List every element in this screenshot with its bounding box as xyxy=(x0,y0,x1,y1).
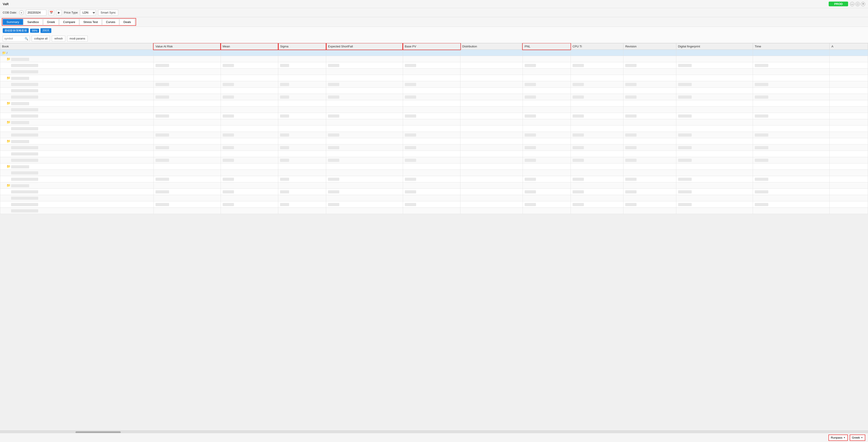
cell-extra xyxy=(830,151,868,157)
cell-mean xyxy=(221,56,278,62)
tab-stress-test[interactable]: Stress Test xyxy=(80,19,102,25)
cell-book xyxy=(0,151,154,157)
cell-extra xyxy=(830,176,868,182)
cell-var xyxy=(153,107,221,113)
table-row[interactable]: 📁 xyxy=(0,119,868,126)
cell-time xyxy=(753,107,829,113)
tab-curves[interactable]: Curves xyxy=(102,19,119,25)
cell-var xyxy=(153,132,221,138)
search-input[interactable] xyxy=(4,37,25,40)
cell-basepv xyxy=(403,170,460,176)
cell-dist xyxy=(460,182,523,189)
close-button[interactable]: ✕ xyxy=(861,2,865,6)
cell-dist xyxy=(460,75,523,81)
cell-cpu xyxy=(570,94,623,100)
tab-summary[interactable]: Summary xyxy=(3,19,23,25)
cell-dist xyxy=(460,113,523,119)
tab-greek[interactable]: Greek xyxy=(43,19,59,25)
table-row[interactable]: 📁 xyxy=(0,138,868,144)
cell-revision xyxy=(623,75,676,81)
cell-var xyxy=(153,182,221,189)
table-row[interactable] xyxy=(0,176,868,182)
cell-cpu xyxy=(570,201,623,208)
smart-sync-button[interactable]: Smart Sync xyxy=(98,10,118,15)
cell-fingerprint xyxy=(676,119,753,126)
collapse-all-button[interactable]: collapse all xyxy=(32,36,50,41)
table-row[interactable] xyxy=(0,107,868,113)
greek-chevron: ▼ xyxy=(861,436,863,439)
col-header-book: Book xyxy=(0,43,154,50)
table-row[interactable] xyxy=(0,126,868,132)
price-type-select[interactable]: LDN NYC TKY xyxy=(80,10,96,15)
price-type-label: Price Type xyxy=(64,11,78,14)
table-row[interactable] xyxy=(0,157,868,164)
table-row[interactable] xyxy=(0,88,868,94)
table-row[interactable]: 📁 / xyxy=(0,50,868,56)
cell-mean xyxy=(221,88,278,94)
cell-extra xyxy=(830,50,868,56)
col-header-time: Time xyxy=(753,43,829,50)
cell-mean xyxy=(221,94,278,100)
table-row[interactable] xyxy=(0,62,868,69)
table-row[interactable] xyxy=(0,189,868,195)
table-row[interactable] xyxy=(0,201,868,208)
table-row[interactable]: 📁 xyxy=(0,164,868,170)
cell-book xyxy=(0,189,154,195)
table-row[interactable] xyxy=(0,81,868,88)
tab-deals[interactable]: Deals xyxy=(120,19,135,25)
table-row[interactable] xyxy=(0,195,868,201)
modi-params-button[interactable]: modi params xyxy=(67,36,88,41)
cell-revision xyxy=(623,107,676,113)
cell-book: 📁 xyxy=(0,100,154,107)
calendar-button[interactable]: 📅 xyxy=(49,10,54,15)
table-container[interactable]: Book Value At Risk Mean Sigma Expected S… xyxy=(0,43,868,431)
cell-fingerprint xyxy=(676,157,753,164)
cell-dist xyxy=(460,132,523,138)
cell-cpu xyxy=(570,176,623,182)
cell-dist xyxy=(460,138,523,144)
cell-esf xyxy=(326,88,403,94)
cell-fingerprint xyxy=(676,62,753,69)
cell-sigma xyxy=(278,170,326,176)
cell-fingerprint xyxy=(676,94,753,100)
table-row[interactable]: 📁 xyxy=(0,182,868,189)
cell-var xyxy=(153,56,221,62)
table-row[interactable] xyxy=(0,144,868,151)
cell-mean xyxy=(221,107,278,113)
table-row[interactable]: 📁 xyxy=(0,100,868,107)
greek-select[interactable]: Greek ▼ xyxy=(850,435,865,441)
cell-cpu xyxy=(570,126,623,132)
table-row[interactable] xyxy=(0,113,868,119)
cell-esf xyxy=(326,208,403,214)
table-row[interactable] xyxy=(0,170,868,176)
table-row[interactable]: 📁 xyxy=(0,56,868,62)
minimize-button[interactable]: — xyxy=(850,2,855,6)
cell-revision xyxy=(623,113,676,119)
cell-var xyxy=(153,138,221,144)
col-header-mean: Mean xyxy=(221,43,278,50)
tab-compare[interactable]: Compare xyxy=(59,19,79,25)
refresh-button[interactable]: refresh xyxy=(52,36,65,41)
col-header-var: Value At Risk xyxy=(153,43,221,50)
cell-esf xyxy=(326,62,403,69)
cell-mean xyxy=(221,62,278,69)
cell-extra xyxy=(830,107,868,113)
cell-sigma xyxy=(278,195,326,201)
table-row[interactable] xyxy=(0,208,868,214)
table-row[interactable] xyxy=(0,94,868,100)
cell-pnl xyxy=(523,119,570,126)
cell-basepv xyxy=(403,119,460,126)
cell-book: 📁 xyxy=(0,138,154,144)
cob-add-button[interactable]: + xyxy=(19,10,24,15)
table-row[interactable]: 📁 xyxy=(0,75,868,81)
table-row[interactable] xyxy=(0,69,868,75)
tab-sandbox[interactable]: Sandbox xyxy=(24,19,43,25)
table-row[interactable] xyxy=(0,151,868,157)
restore-button[interactable]: □ xyxy=(855,2,860,6)
cob-date-input[interactable] xyxy=(26,10,46,15)
search-box[interactable]: 🔍 xyxy=(3,36,30,41)
runpass-select[interactable]: Runpass ▼ xyxy=(829,435,848,441)
table-row[interactable] xyxy=(0,132,868,138)
cell-esf xyxy=(326,144,403,151)
cob-next-button[interactable]: ▶ xyxy=(56,10,62,15)
